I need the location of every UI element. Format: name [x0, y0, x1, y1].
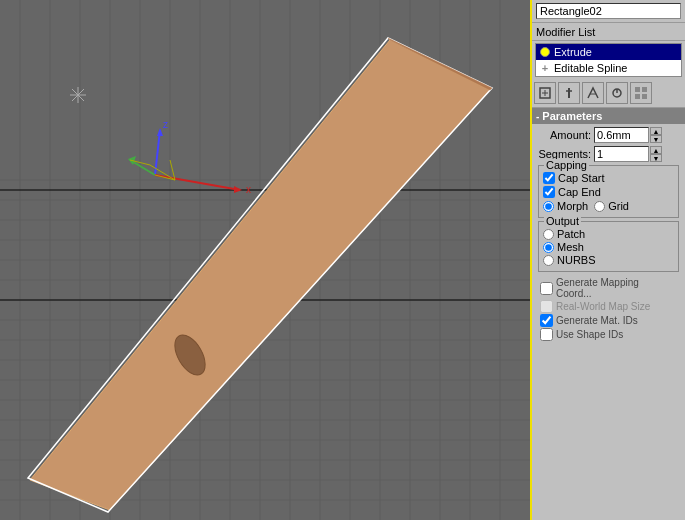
toolbar-display-icon[interactable]: [630, 82, 652, 104]
capping-group-title: Capping: [544, 159, 589, 171]
modifier-list-label: Modifier List: [532, 23, 685, 41]
gen-mapping-checkbox[interactable]: [540, 282, 553, 295]
modifier-bulb-icon: [539, 46, 551, 58]
modifier-item-editable-spline[interactable]: + Editable Spline: [536, 60, 681, 76]
cap-end-row: Cap End: [543, 186, 674, 198]
gen-mapping-row: Generate Mapping Coord...: [540, 277, 677, 299]
output-group-title: Output: [544, 215, 581, 227]
params-content: Amount: ▲ ▼ Segments: ▲ ▼: [532, 124, 685, 347]
right-panel: Modifier List Extrude + Editable Spline: [530, 0, 685, 520]
patch-radio[interactable]: [543, 229, 554, 240]
amount-input[interactable]: [594, 127, 649, 143]
cap-type-group: Morph Grid: [543, 200, 674, 213]
real-world-checkbox: [540, 300, 553, 313]
toolbar-hierarchy-icon[interactable]: [582, 82, 604, 104]
parameters-header[interactable]: - Parameters: [532, 108, 685, 124]
amount-label: Amount:: [536, 129, 591, 141]
real-world-row: Real-World Map Size: [540, 300, 677, 313]
toolbar-row: [532, 79, 685, 108]
morph-radio-row: Morph: [543, 200, 588, 212]
segments-spinner[interactable]: ▲ ▼: [650, 146, 662, 162]
use-shape-ids-row: Use Shape IDs: [540, 328, 677, 341]
svg-rect-67: [635, 94, 640, 99]
gen-mat-ids-row: Generate Mat. IDs: [540, 314, 677, 327]
output-group: Output Patch Mesh NURBS: [538, 221, 679, 272]
svg-rect-65: [635, 87, 640, 92]
nurbs-radio-row: NURBS: [543, 254, 674, 266]
patch-radio-row: Patch: [543, 228, 674, 240]
nurbs-radio[interactable]: [543, 255, 554, 266]
mesh-radio-row: Mesh: [543, 241, 674, 253]
toolbar-motion-icon[interactable]: [606, 82, 628, 104]
collapse-icon: -: [536, 111, 539, 122]
amount-down-arrow[interactable]: ▼: [650, 135, 662, 143]
modifier-item-extrude[interactable]: Extrude: [536, 44, 681, 60]
cap-start-checkbox[interactable]: [543, 172, 555, 184]
svg-text:x: x: [246, 184, 251, 195]
segments-input[interactable]: [594, 146, 649, 162]
segments-up-arrow[interactable]: ▲: [650, 146, 662, 154]
grid-radio[interactable]: [594, 201, 605, 212]
grid-radio-row: Grid: [594, 200, 629, 212]
amount-spinner[interactable]: ▲ ▼: [650, 127, 662, 143]
svg-rect-66: [642, 87, 647, 92]
segments-down-arrow[interactable]: ▼: [650, 154, 662, 162]
morph-radio[interactable]: [543, 201, 554, 212]
viewport-3d[interactable]: z x: [0, 0, 530, 520]
toolbar-modifier-icon[interactable]: [558, 82, 580, 104]
cap-end-checkbox[interactable]: [543, 186, 555, 198]
svg-rect-68: [642, 94, 647, 99]
amount-up-arrow[interactable]: ▲: [650, 127, 662, 135]
svg-text:z: z: [163, 119, 168, 130]
params-section: - Parameters Amount: ▲ ▼ Segments:: [532, 108, 685, 520]
bottom-checkboxes: Generate Mapping Coord... Real-World Map…: [536, 275, 681, 344]
toolbar-pin-icon[interactable]: [534, 82, 556, 104]
object-name-bar: [532, 0, 685, 23]
gen-mat-ids-checkbox[interactable]: [540, 314, 553, 327]
modifier-plus-icon: +: [539, 62, 551, 74]
cap-start-row: Cap Start: [543, 172, 674, 184]
object-name-input[interactable]: [536, 3, 681, 19]
use-shape-ids-checkbox[interactable]: [540, 328, 553, 341]
amount-row: Amount: ▲ ▼: [536, 127, 681, 143]
modifier-stack: Extrude + Editable Spline: [535, 43, 682, 77]
capping-group: Capping Cap Start Cap End: [538, 165, 679, 218]
mesh-radio[interactable]: [543, 242, 554, 253]
